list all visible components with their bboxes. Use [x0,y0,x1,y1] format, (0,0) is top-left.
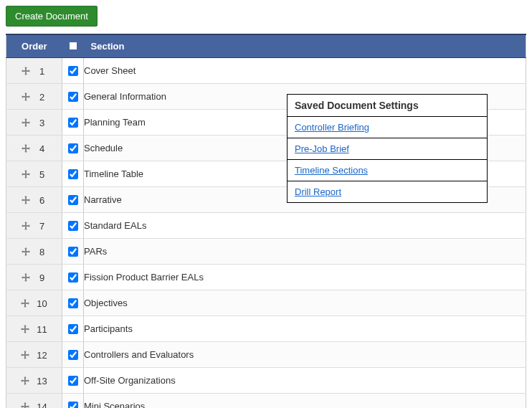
section-name: Mini Scenarios [84,394,526,409]
section-checkbox[interactable] [68,402,78,409]
svg-rect-27 [22,406,28,407]
column-header-order[interactable]: Order [6,34,62,58]
move-icon[interactable] [21,299,29,308]
order-cell: 14 [6,394,62,409]
order-number: 9 [37,272,47,283]
svg-rect-11 [23,199,29,201]
checkbox-cell [62,239,84,265]
move-icon[interactable] [22,67,30,75]
move-icon[interactable] [22,92,30,101]
order-number: 11 [37,324,47,335]
order-cell: 6 [6,187,62,213]
section-checkbox[interactable] [68,350,78,360]
order-cell: 11 [6,316,62,342]
checkbox-cell [62,110,84,136]
section-name: Controllers and Evaluators [84,342,526,368]
section-checkbox[interactable] [68,169,78,179]
column-header-section[interactable]: Section [84,34,526,58]
saved-settings-popup: Saved Document Settings Controller Brief… [287,94,488,203]
table-row: 7Standard EALs [6,213,526,239]
section-checkbox[interactable] [68,324,78,334]
order-cell: 1 [6,58,62,84]
section-checkbox[interactable] [68,143,78,153]
svg-rect-13 [23,225,29,227]
move-icon[interactable] [22,273,30,282]
table-row: 14Mini Scenarios [6,394,526,409]
order-number: 7 [37,221,47,232]
svg-rect-3 [23,96,29,98]
saved-setting-link[interactable]: Pre-Job Brief [295,143,349,154]
order-cell: 12 [6,342,62,368]
section-name: Participants [84,316,526,342]
section-checkbox[interactable] [68,221,78,231]
checkbox-cell [62,213,84,239]
saved-setting-link[interactable]: Timeline Sections [295,165,368,176]
order-cell: 9 [6,265,62,290]
order-cell: 8 [6,239,62,265]
column-header-checkbox[interactable] [62,34,84,58]
svg-rect-9 [23,174,29,175]
create-document-button[interactable]: Create Document [6,6,98,27]
section-checkbox[interactable] [68,376,78,386]
saved-setting-link[interactable]: Controller Briefing [295,122,369,133]
section-name: Cover Sheet [84,58,526,84]
checkbox-cell [62,136,84,161]
move-icon[interactable] [21,402,29,408]
checkbox-cell [62,187,84,213]
svg-rect-26 [24,404,26,408]
table-row: 13Off-Site Organizations [6,368,526,394]
select-all-indicator[interactable] [70,42,77,49]
move-icon[interactable] [22,247,30,256]
order-cell: 5 [6,161,62,187]
popup-item: Controller Briefing [288,117,487,138]
move-icon[interactable] [22,144,30,153]
checkbox-cell [62,265,84,290]
svg-rect-21 [22,328,28,330]
order-number: 14 [37,402,47,408]
svg-rect-15 [23,251,29,252]
saved-setting-link[interactable]: Drill Report [295,186,341,197]
svg-rect-25 [22,380,28,381]
popup-item: Timeline Sections [288,160,487,181]
order-number: 3 [37,118,47,128]
order-number: 5 [37,169,47,180]
checkbox-cell [62,368,84,394]
section-name: Off-Site Organizations [84,368,526,394]
section-checkbox[interactable] [68,298,78,308]
order-number: 1 [37,66,47,77]
svg-rect-23 [22,354,28,356]
section-checkbox[interactable] [68,247,78,257]
section-checkbox[interactable] [68,66,78,76]
section-checkbox[interactable] [68,92,78,102]
checkbox-cell [62,84,84,110]
table-row: 10Objectives [6,290,526,316]
order-cell: 13 [6,368,62,394]
order-cell: 10 [6,290,62,316]
section-name: Standard EALs [84,213,526,239]
checkbox-cell [62,290,84,316]
svg-rect-5 [23,122,29,123]
move-icon[interactable] [22,118,30,127]
popup-item: Pre-Job Brief [288,138,487,160]
order-number: 10 [37,298,47,309]
section-checkbox[interactable] [68,118,78,128]
table-row: 11Participants [6,316,526,342]
checkbox-cell [62,394,84,409]
section-name: Fission Product Barrier EALs [84,265,526,290]
move-icon[interactable] [21,376,29,385]
table-row: 8PARs [6,239,526,265]
move-icon[interactable] [21,325,29,333]
order-number: 13 [37,376,47,386]
move-icon[interactable] [22,170,30,179]
move-icon[interactable] [22,222,30,230]
move-icon[interactable] [22,196,30,204]
section-checkbox[interactable] [68,195,78,205]
section-checkbox[interactable] [68,272,78,283]
svg-rect-17 [23,277,29,278]
move-icon[interactable] [21,351,29,359]
sections-table: Order Section 1Cover Sheet2General Infor… [6,34,526,408]
order-number: 6 [37,195,47,206]
order-number: 2 [37,92,47,103]
svg-rect-19 [22,303,28,304]
popup-item: Drill Report [288,181,487,202]
